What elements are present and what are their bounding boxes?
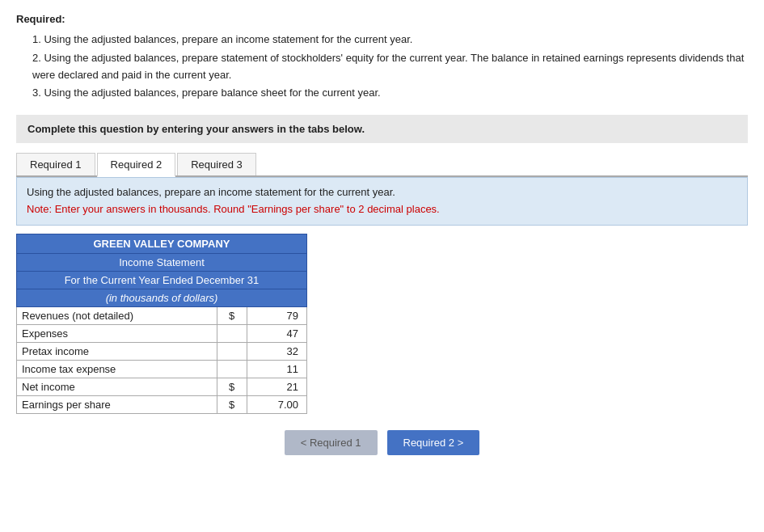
label-revenues: Revenues (not detailed) [17, 306, 217, 324]
unit-cell: (in thousands of dollars) [17, 289, 307, 306]
label-tax: Income tax expense [17, 360, 217, 378]
table-row: Earnings per share $ 7.00 [17, 395, 307, 413]
statement-title-row: Income Statement [17, 253, 307, 271]
instruction-2: 2. Using the adjusted balances, prepare … [32, 50, 748, 84]
tab-required1[interactable]: Required 1 [16, 153, 95, 175]
instruction-note-text: Note: Enter your answers in thousands. R… [27, 203, 440, 215]
instructions-list: 1. Using the adjusted balances, prepare … [32, 32, 748, 102]
next-button[interactable]: Required 2 > [387, 430, 480, 455]
unit-row: (in thousands of dollars) [17, 289, 307, 306]
dollar-expenses [217, 324, 247, 342]
period-cell: For the Current Year Ended December 31 [17, 271, 307, 289]
table-row: Revenues (not detailed) $ 79 [17, 306, 307, 324]
tabs-row: Required 1 Required 2 Required 3 [16, 153, 748, 177]
dollar-netincome: $ [217, 378, 247, 395]
income-table: GREEN VALLEY COMPANY Income Statement Fo… [16, 234, 307, 414]
dollar-eps: $ [217, 395, 247, 413]
complete-box: Complete this question by entering your … [16, 115, 748, 143]
prev-button-label: < Required 1 [301, 437, 361, 449]
dollar-tax [217, 360, 247, 378]
value-expenses: 47 [247, 324, 306, 342]
value-netincome: 21 [247, 378, 306, 395]
dollar-revenues: $ [217, 306, 247, 324]
value-revenues: 79 [247, 306, 306, 324]
instruction-main-text: Using the adjusted balances, prepare an … [27, 186, 395, 198]
instruction-box: Using the adjusted balances, prepare an … [16, 177, 748, 226]
tab-required2[interactable]: Required 2 [97, 153, 176, 177]
table-row: Expenses 47 [17, 324, 307, 342]
table-row: Income tax expense 11 [17, 360, 307, 378]
dollar-pretax [217, 342, 247, 360]
required-header: Required: [16, 13, 748, 25]
value-tax: 11 [247, 360, 306, 378]
table-row: Pretax income 32 [17, 342, 307, 360]
statement-title-cell: Income Statement [17, 253, 307, 271]
tab-required3[interactable]: Required 3 [177, 153, 256, 175]
bottom-nav: < Required 1 Required 2 > [16, 430, 748, 455]
company-name-cell: GREEN VALLEY COMPANY [17, 234, 307, 253]
next-button-label: Required 2 > [403, 437, 464, 449]
table-row: Net income $ 21 [17, 378, 307, 395]
prev-button[interactable]: < Required 1 [285, 430, 378, 455]
value-pretax: 32 [247, 342, 306, 360]
instruction-3: 3. Using the adjusted balances, prepare … [32, 85, 748, 102]
label-eps: Earnings per share [17, 395, 217, 413]
value-eps: 7.00 [247, 395, 306, 413]
label-expenses: Expenses [17, 324, 217, 342]
period-row: For the Current Year Ended December 31 [17, 271, 307, 289]
label-netincome: Net income [17, 378, 217, 395]
table-wrapper: GREEN VALLEY COMPANY Income Statement Fo… [16, 234, 748, 414]
label-pretax: Pretax income [17, 342, 217, 360]
company-name-row: GREEN VALLEY COMPANY [17, 234, 307, 253]
instruction-1: 1. Using the adjusted balances, prepare … [32, 32, 748, 49]
